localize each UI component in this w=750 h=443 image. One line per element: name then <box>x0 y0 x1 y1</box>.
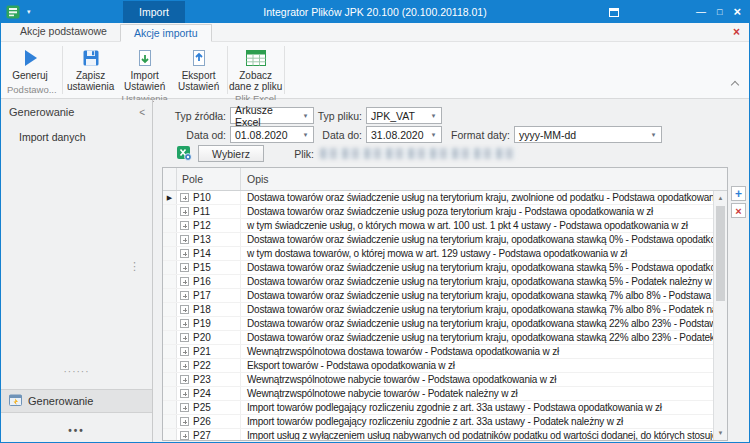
table-row[interactable]: P19Dostawa towarów oraz świadczenie usłu… <box>163 317 713 331</box>
table-row[interactable]: P26Import towarów podlegający rozliczeni… <box>163 415 713 429</box>
ribbon-button-eksport-ustawień[interactable]: Eksport Ustawień <box>172 44 226 92</box>
chevron-left-icon[interactable]: < <box>139 107 145 118</box>
date-from-label: Data od: <box>160 129 226 141</box>
choose-file-button[interactable]: Wybierz <box>198 145 264 162</box>
file-type-select[interactable]: JPK_VAT ▾ <box>366 107 442 124</box>
field-description: Dostawa towarów oraz świadczenie usług n… <box>241 233 713 246</box>
splitter-grip[interactable]: ⋮ <box>129 260 140 273</box>
expand-icon[interactable] <box>180 221 189 230</box>
chevron-down-icon[interactable]: ▾ <box>298 112 313 120</box>
table-row[interactable]: P27Import usług z wyłączeniem usług naby… <box>163 429 713 440</box>
ribbon-button-zapisz-ustawienia[interactable]: Zapisz ustawienia <box>64 44 118 92</box>
field-code: P19 <box>193 318 211 329</box>
scroll-thumb[interactable] <box>716 206 725 301</box>
sidebar-item-import-danych[interactable]: Import danych <box>19 131 86 143</box>
expand-icon[interactable] <box>180 333 189 342</box>
expand-icon[interactable] <box>180 305 189 314</box>
expand-icon[interactable] <box>180 193 189 202</box>
navbar-drag-handle[interactable]: ······ <box>1 368 152 376</box>
file-type-label: Typ pliku: <box>314 110 362 122</box>
sidebar: Generowanie < Import danych ⋮ ······ Gen… <box>1 100 153 442</box>
excel-settings-icon[interactable] <box>176 145 192 161</box>
field-code: P24 <box>193 388 211 399</box>
close-button[interactable]: × <box>733 7 741 17</box>
group-separator <box>62 46 63 94</box>
column-header-pole[interactable]: Pole <box>177 168 241 190</box>
chevron-down-icon[interactable]: ▾ <box>27 8 31 16</box>
display-options-icon[interactable] <box>609 8 619 17</box>
expand-icon[interactable] <box>180 417 189 426</box>
row-indicator: ▶ <box>163 191 177 204</box>
ribbon-category-import[interactable]: Import <box>123 1 185 23</box>
tab-akcje-podstawowe[interactable]: Akcje podstawowe <box>7 23 120 41</box>
table-row[interactable]: P12w tym świadczenie usług, o których mo… <box>163 219 713 233</box>
expand-icon[interactable] <box>180 291 189 300</box>
expand-icon[interactable] <box>180 361 189 370</box>
expand-icon[interactable] <box>180 207 189 216</box>
field-code: P20 <box>193 332 211 343</box>
minimize-button[interactable]: — <box>696 7 706 17</box>
table-row[interactable]: P20Dostawa towarów oraz świadczenie usłu… <box>163 331 713 345</box>
table-row[interactable]: P16Dostawa towarów oraz świadczenie usłu… <box>163 275 713 289</box>
table-row[interactable]: P22Eksport towarów - Podstawa opodatkowa… <box>163 359 713 373</box>
table-row[interactable]: P18Dostawa towarów oraz świadczenie usłu… <box>163 303 713 317</box>
date-format-select[interactable]: yyyy-MM-dd ▾ <box>514 126 662 143</box>
expand-icon[interactable] <box>180 403 189 412</box>
column-header-opis[interactable]: Opis <box>241 168 727 190</box>
file-path-redacted <box>320 148 516 159</box>
table-row[interactable]: P24Wewnątrzwspólnotowe nabycie towarów -… <box>163 387 713 401</box>
table-row[interactable]: P17Dostawa towarów oraz świadczenie usłu… <box>163 289 713 303</box>
expand-icon[interactable] <box>180 347 189 356</box>
vertical-scrollbar[interactable]: ▲ ▼ <box>713 191 727 440</box>
table-row[interactable]: P13Dostawa towarów oraz świadczenie usłu… <box>163 233 713 247</box>
chevron-down-icon[interactable]: ▾ <box>426 131 441 139</box>
field-code: P23 <box>193 374 211 385</box>
expand-icon[interactable] <box>180 263 189 272</box>
date-format-label: Format daty: <box>440 129 510 141</box>
expand-icon[interactable] <box>180 277 189 286</box>
expand-icon[interactable] <box>180 375 189 384</box>
tab-akcje-importu[interactable]: Akcje importu <box>120 24 212 42</box>
source-type-select[interactable]: Arkusze Excel ▾ <box>230 107 314 124</box>
expand-icon[interactable] <box>180 431 189 440</box>
chevron-down-icon[interactable]: ▾ <box>426 112 441 120</box>
table-row[interactable]: P11Dostawa towarów oraz świadczenie usłu… <box>163 205 713 219</box>
sidebar-group-generowanie[interactable]: Generowanie <box>1 389 152 413</box>
table-row[interactable]: P23Wewnątrzwspólnotowe nabycie towarów -… <box>163 373 713 387</box>
field-description: Dostawa towarów oraz świadczenie usług n… <box>241 191 713 204</box>
source-type-value: Arkusze Excel <box>235 104 298 128</box>
ribbon-tab-row: Akcje podstawowe Akcje importu × <box>1 23 749 42</box>
add-row-button[interactable]: + <box>731 186 746 201</box>
table-row[interactable]: P14w tym dostawa towarów, o której mowa … <box>163 247 713 261</box>
field-description: w tym świadczenie usług, o których mowa … <box>241 219 713 232</box>
row-indicator <box>163 261 177 274</box>
table-row[interactable]: P25Import towarów podlegający rozliczeni… <box>163 401 713 415</box>
date-to-picker[interactable]: 31.08.2020 ▾ <box>366 126 442 143</box>
navbar-overflow-dots[interactable]: ••• <box>1 425 152 436</box>
expand-icon[interactable] <box>180 249 189 258</box>
delete-row-button[interactable]: × <box>731 203 746 218</box>
row-indicator <box>163 219 177 232</box>
table-row[interactable]: P15Dostawa towarów oraz świadczenie usłu… <box>163 261 713 275</box>
maximize-button[interactable]: □ <box>717 7 722 17</box>
table-row[interactable]: P21Wewnątrzwspólnotowa dostawa towarów -… <box>163 345 713 359</box>
ribbon-button-generuj[interactable]: Generuj <box>3 44 57 81</box>
close-document-icon[interactable]: × <box>733 26 740 38</box>
chevron-down-icon[interactable]: ▾ <box>298 131 313 139</box>
scroll-up-icon[interactable]: ▲ <box>714 191 727 205</box>
scroll-down-icon[interactable]: ▼ <box>714 426 727 440</box>
ribbon-button-import-ustawień[interactable]: Import Ustawień <box>118 44 172 92</box>
ribbon-group: Zobacz dane z plikuPlik Excel <box>229 42 283 98</box>
field-description: Import towarów podlegający rozliczeniu z… <box>241 401 713 414</box>
date-from-picker[interactable]: 01.08.2020 ▾ <box>230 126 314 143</box>
ribbon-button-label: Generuj <box>12 70 48 81</box>
table-row[interactable]: ▶P10Dostawa towarów oraz świadczenie usł… <box>163 191 713 205</box>
expand-icon[interactable] <box>180 319 189 328</box>
ribbon-button-zobacz-dane-z-pliku[interactable]: Zobacz dane z pliku <box>229 44 283 92</box>
expand-icon[interactable] <box>180 235 189 244</box>
app-icon[interactable] <box>6 5 20 19</box>
chevron-down-icon[interactable]: ▾ <box>646 131 661 139</box>
chevron-up-icon[interactable] <box>732 74 738 92</box>
expand-icon[interactable] <box>180 389 189 398</box>
row-indicator <box>163 359 177 372</box>
